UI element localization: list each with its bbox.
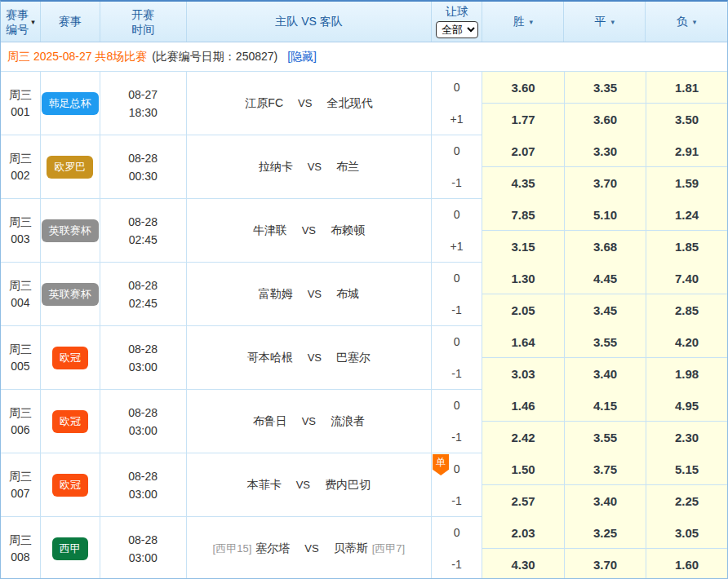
match-number: 周三 008 bbox=[1, 517, 41, 579]
league-badge: 欧罗巴 bbox=[47, 156, 93, 179]
handicap-cell: 0 -1 bbox=[432, 517, 482, 579]
odds-lose[interactable]: 2.85 bbox=[646, 294, 727, 326]
odds-lose[interactable]: 2.91 bbox=[646, 135, 727, 167]
odds-grid: 2.03 3.25 3.05 4.30 3.70 1.60 bbox=[482, 517, 727, 579]
odds-win[interactable]: 3.03 bbox=[482, 358, 564, 390]
league-cell: 欧罗巴 bbox=[41, 135, 100, 198]
handicap-cell: 0 -1 bbox=[432, 135, 482, 198]
away-rank: [西甲7] bbox=[372, 541, 405, 556]
odds-win[interactable]: 1.46 bbox=[482, 390, 564, 422]
handicap-filter-select[interactable]: 全部 bbox=[436, 21, 478, 38]
league-badge: 欧冠 bbox=[52, 474, 88, 497]
odds-win[interactable]: 2.57 bbox=[482, 485, 564, 517]
match-row: 周三 003 英联赛杯 08-28 02:45 牛津联 VS 布赖顿 0 +1 … bbox=[1, 198, 727, 262]
odds-win[interactable]: 4.30 bbox=[482, 549, 564, 579]
odds-win[interactable]: 7.85 bbox=[482, 199, 564, 231]
odds-lose[interactable]: 1.60 bbox=[646, 549, 727, 579]
odds-win[interactable]: 2.07 bbox=[482, 135, 564, 167]
handicap-value: -1 bbox=[432, 294, 482, 326]
odds-draw[interactable]: 3.75 bbox=[564, 453, 646, 485]
away-team: 全北现代 bbox=[326, 96, 372, 111]
home-team: 富勒姆 bbox=[259, 287, 293, 302]
match-time: 02:45 bbox=[129, 294, 158, 312]
sort-arrow-icon[interactable]: ▾ bbox=[31, 18, 35, 26]
odds-lose[interactable]: 7.40 bbox=[646, 263, 727, 294]
handicap-cell: 单 0 -1 bbox=[432, 453, 482, 516]
header-match-number[interactable]: 赛事 编号 ▾ bbox=[1, 2, 41, 42]
odds-draw[interactable]: 3.55 bbox=[564, 326, 646, 358]
odds-lose[interactable]: 2.25 bbox=[646, 485, 727, 517]
league-cell: 欧冠 bbox=[41, 390, 100, 453]
handicap-value: 0 bbox=[432, 199, 482, 231]
league-cell: 英联赛杯 bbox=[41, 263, 100, 325]
odds-lose[interactable]: 3.50 bbox=[646, 104, 727, 135]
odds-lose[interactable]: 1.85 bbox=[646, 231, 727, 263]
match-day: 周三 bbox=[9, 404, 32, 422]
odds-lose[interactable]: 1.98 bbox=[646, 358, 727, 390]
odds-lose[interactable]: 1.59 bbox=[646, 167, 727, 199]
odds-win[interactable]: 3.15 bbox=[482, 231, 564, 263]
odds-lose[interactable]: 2.30 bbox=[646, 422, 727, 453]
handicap-cell: 0 -1 bbox=[432, 326, 482, 389]
home-team: 哥本哈根 bbox=[247, 351, 293, 365]
teams-cell: 牛津联 VS 布赖顿 bbox=[187, 199, 432, 262]
odds-draw[interactable]: 5.10 bbox=[564, 199, 646, 231]
odds-draw[interactable]: 3.35 bbox=[564, 72, 646, 104]
vs-label: VS bbox=[308, 161, 322, 173]
odds-draw[interactable]: 3.40 bbox=[564, 358, 646, 390]
home-team: 拉纳卡 bbox=[259, 160, 293, 175]
odds-win[interactable]: 3.60 bbox=[482, 72, 564, 104]
header-draw[interactable]: 平 ▾ bbox=[564, 2, 646, 42]
header-lose[interactable]: 负 ▾ bbox=[646, 2, 727, 42]
hide-link[interactable]: [隐藏] bbox=[287, 50, 317, 64]
odds-win[interactable]: 1.50 bbox=[482, 453, 564, 485]
odds-draw[interactable]: 3.70 bbox=[564, 167, 646, 199]
match-date: 08-28 bbox=[128, 149, 158, 167]
match-time: 03:00 bbox=[129, 549, 158, 567]
league-badge: 西甲 bbox=[52, 537, 88, 560]
odds-lose[interactable]: 4.20 bbox=[646, 326, 727, 358]
odds-lose[interactable]: 1.24 bbox=[646, 199, 727, 231]
match-time: 03:00 bbox=[129, 422, 158, 440]
match-date: 08-28 bbox=[128, 531, 158, 549]
odds-draw[interactable]: 4.15 bbox=[564, 390, 646, 422]
odds-draw[interactable]: 3.60 bbox=[564, 104, 646, 135]
odds-lose[interactable]: 5.15 bbox=[646, 453, 727, 485]
handicap-cell: 0 +1 bbox=[432, 199, 482, 262]
header-match-number-label: 赛事 编号 bbox=[6, 7, 29, 37]
odds-lose[interactable]: 4.95 bbox=[646, 390, 727, 422]
odds-draw[interactable]: 3.70 bbox=[564, 549, 646, 579]
odds-lose[interactable]: 1.81 bbox=[646, 72, 727, 104]
lose-sort-arrow-icon[interactable]: ▾ bbox=[693, 18, 697, 26]
odds-draw[interactable]: 3.55 bbox=[564, 422, 646, 453]
odds-win[interactable]: 1.77 bbox=[482, 104, 564, 135]
odds-draw[interactable]: 3.30 bbox=[564, 135, 646, 167]
win-sort-arrow-icon[interactable]: ▾ bbox=[530, 18, 534, 26]
match-row: 周三 002 欧罗巴 08-28 00:30 拉纳卡 VS 布兰 0 -1 2.… bbox=[1, 135, 727, 198]
odds-win[interactable]: 2.03 bbox=[482, 517, 564, 549]
odds-win[interactable]: 2.05 bbox=[482, 294, 564, 326]
odds-win[interactable]: 1.30 bbox=[482, 263, 564, 294]
away-team: 巴塞尔 bbox=[336, 351, 371, 365]
handicap-value: 0 bbox=[432, 263, 482, 294]
header-start-time-label: 开赛 时间 bbox=[131, 7, 154, 37]
vs-label: VS bbox=[302, 415, 316, 427]
odds-grid: 2.07 3.30 2.91 4.35 3.70 1.59 bbox=[482, 135, 727, 198]
odds-draw[interactable]: 3.25 bbox=[564, 517, 646, 549]
draw-sort-arrow-icon[interactable]: ▾ bbox=[610, 18, 615, 26]
header-win[interactable]: 胜 ▾ bbox=[482, 2, 564, 42]
odds-draw[interactable]: 3.40 bbox=[564, 485, 646, 517]
odds-draw[interactable]: 3.68 bbox=[564, 231, 646, 263]
odds-draw[interactable]: 3.45 bbox=[564, 294, 646, 326]
odds-draw[interactable]: 4.45 bbox=[564, 263, 646, 294]
handicap-cell: 0 +1 bbox=[432, 72, 482, 135]
vs-label: VS bbox=[298, 97, 312, 109]
odds-lose[interactable]: 3.05 bbox=[646, 517, 727, 549]
match-no: 005 bbox=[11, 358, 29, 375]
odds-win[interactable]: 2.42 bbox=[482, 422, 564, 453]
header-draw-label: 平 bbox=[594, 15, 606, 29]
header-handicap-label: 让球 bbox=[446, 5, 468, 20]
teams-cell: 本菲卡 VS 费内巴切 bbox=[187, 453, 432, 516]
odds-win[interactable]: 1.64 bbox=[482, 326, 564, 358]
odds-win[interactable]: 4.35 bbox=[482, 167, 564, 199]
